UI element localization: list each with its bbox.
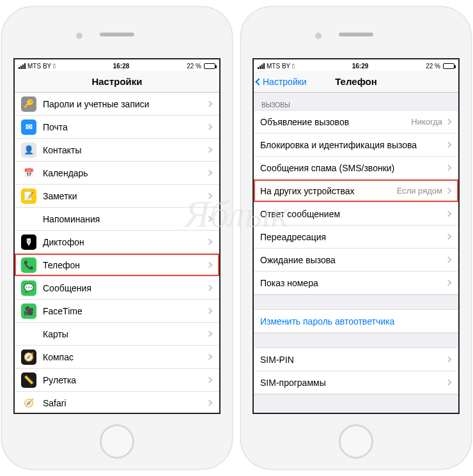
settings-row[interactable]: 📝 Заметки — [15, 185, 219, 208]
battery-icon — [443, 63, 454, 69]
chevron-right-icon — [206, 193, 213, 199]
app-icon: 📅 — [21, 165, 36, 181]
page-title: Телефон — [254, 76, 458, 87]
settings-row[interactable]: 📏 Рулетка — [15, 369, 219, 392]
camera-dot — [76, 33, 82, 39]
signal-icon — [258, 63, 265, 69]
row-label: Почта — [43, 122, 207, 132]
chevron-right-icon — [206, 308, 213, 314]
chevron-right-icon — [206, 354, 213, 360]
settings-row[interactable]: 🧭 Safari — [15, 392, 219, 413]
status-bar: MTS BY 􀙇 16:28 22 % — [15, 59, 219, 71]
app-icon: 🎙 — [21, 234, 36, 250]
home-button[interactable] — [100, 424, 134, 459]
app-icon: 👤 — [21, 142, 36, 158]
chevron-right-icon — [206, 101, 213, 107]
chevron-right-icon — [446, 188, 452, 194]
settings-row[interactable]: ☰ Напоминания — [15, 208, 219, 231]
app-icon: 🗺 — [21, 326, 36, 342]
phone-setting-row[interactable]: На других устройствах Если рядом — [254, 180, 458, 203]
chevron-right-icon — [206, 285, 213, 291]
sim-setting-row[interactable]: SIM-PIN — [254, 348, 458, 371]
row-value: Никогда — [411, 117, 442, 127]
settings-row[interactable]: 🔑 Пароли и учетные записи — [15, 93, 219, 116]
row-label: Пароли и учетные записи — [43, 99, 207, 109]
row-label: Переадресация — [260, 232, 446, 242]
phone-setting-row[interactable]: Ожидание вызова — [254, 249, 458, 272]
chevron-right-icon — [446, 142, 452, 148]
page-title: Настройки — [15, 76, 219, 87]
settings-row[interactable]: ✉ Почта — [15, 116, 219, 139]
screen-right: MTS BY 􀙇 16:29 22 % Настройки Телефон ВЫ… — [252, 58, 460, 414]
row-label: Контакты — [43, 145, 207, 155]
app-icon: 📞 — [21, 257, 36, 273]
settings-row[interactable]: 🎥 FaceTime — [15, 300, 219, 323]
phone-setting-row[interactable]: Блокировка и идентификация вызова — [254, 134, 458, 157]
change-voicemail-password[interactable]: Изменить пароль автоответчика — [254, 310, 458, 333]
settings-row[interactable]: 💬 Сообщения — [15, 277, 219, 300]
row-label: FaceTime — [43, 306, 207, 316]
chevron-right-icon — [446, 211, 452, 217]
row-label: На других устройствах — [260, 186, 397, 196]
row-label: Блокировка и идентификация вызова — [260, 140, 446, 150]
app-icon: 📏 — [21, 372, 36, 388]
settings-row[interactable]: 👤 Контакты — [15, 139, 219, 162]
chevron-right-icon — [446, 257, 452, 263]
nav-bar: Настройки — [15, 71, 219, 93]
battery-pct: 22 % — [426, 63, 440, 70]
row-label: Календарь — [43, 168, 207, 178]
row-label: Карты — [43, 329, 207, 339]
chevron-right-icon — [206, 239, 213, 245]
settings-row[interactable]: 🎙 Диктофон — [15, 231, 219, 254]
phone-settings-list[interactable]: ВЫЗОВЫ Объявление вызовов Никогда Блокир… — [254, 93, 458, 413]
section-header-calls: ВЫЗОВЫ — [254, 93, 458, 111]
settings-row[interactable]: 🗺 Карты — [15, 323, 219, 346]
chevron-right-icon — [206, 400, 213, 406]
settings-row[interactable]: 📅 Календарь — [15, 162, 219, 185]
row-label: Изменить пароль автоответчика — [260, 316, 451, 326]
app-icon: 📝 — [21, 188, 36, 204]
chevron-right-icon — [446, 280, 452, 286]
sim-setting-row[interactable]: SIM-программы — [254, 371, 458, 394]
app-icon: 🎥 — [21, 303, 36, 319]
phone-setting-row[interactable]: Сообщения спама (SMS/звонки) — [254, 157, 458, 180]
iphone-mockup-left: MTS BY 􀙇 16:28 22 % Настройки 🔑 Пароли и… — [1, 6, 233, 470]
section-gap — [254, 295, 458, 310]
chevron-right-icon — [206, 147, 213, 153]
phone-setting-row[interactable]: Ответ сообщением — [254, 203, 458, 226]
status-time: 16:29 — [295, 63, 426, 70]
app-icon: 🔑 — [21, 96, 36, 112]
chevron-right-icon — [446, 380, 452, 386]
row-label: Заметки — [43, 191, 207, 201]
phone-setting-row[interactable]: Объявление вызовов Никогда — [254, 111, 458, 134]
home-button[interactable] — [339, 424, 373, 459]
row-label: Напоминания — [43, 214, 207, 224]
chevron-right-icon — [206, 124, 213, 130]
chevron-right-icon — [206, 216, 213, 222]
app-icon: 💬 — [21, 280, 36, 296]
speaker-slot — [100, 33, 134, 36]
signal-icon — [19, 63, 26, 69]
settings-row[interactable]: 🧭 Компас — [15, 346, 219, 369]
settings-row[interactable]: 📞 Телефон — [15, 254, 219, 277]
battery-pct: 22 % — [187, 63, 201, 70]
phone-setting-row[interactable]: Показ номера — [254, 272, 458, 295]
row-label: Телефон — [43, 260, 207, 270]
section-gap — [254, 333, 458, 348]
row-label: Safari — [43, 398, 207, 408]
app-icon: ✉ — [21, 119, 36, 135]
row-label: Сообщения — [43, 283, 207, 293]
phone-setting-row[interactable]: Переадресация — [254, 226, 458, 249]
row-label: Объявление вызовов — [260, 117, 411, 127]
row-label: Диктофон — [43, 237, 207, 247]
camera-dot — [315, 33, 322, 39]
row-label: Сообщения спама (SMS/звонки) — [260, 163, 446, 173]
row-value: Если рядом — [397, 186, 442, 196]
carrier-label: MTS BY — [27, 63, 51, 70]
chevron-right-icon — [206, 170, 213, 176]
speaker-slot — [339, 33, 373, 36]
chevron-right-icon — [206, 377, 213, 383]
settings-list[interactable]: 🔑 Пароли и учетные записи ✉ Почта 👤 Конт… — [15, 93, 219, 413]
chevron-right-icon — [446, 234, 452, 240]
chevron-right-icon — [206, 262, 213, 268]
